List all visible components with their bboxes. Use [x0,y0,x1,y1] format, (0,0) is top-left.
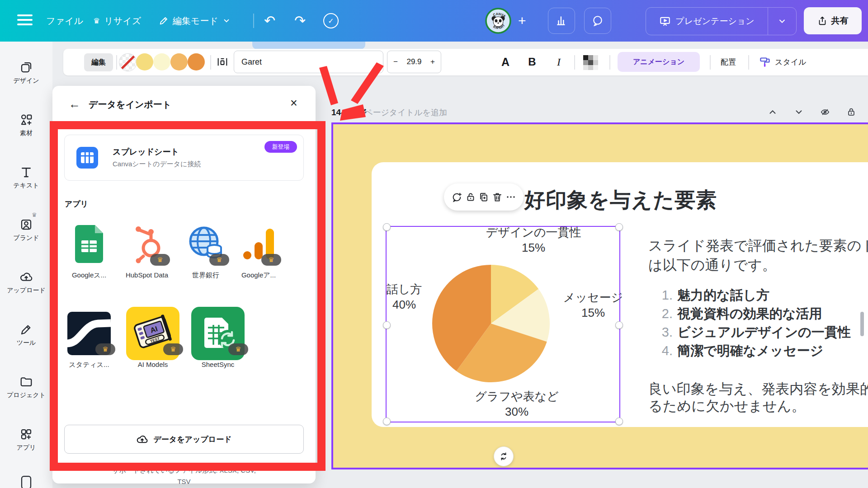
move-page-down-button[interactable] [791,105,807,119]
italic-button[interactable]: I [549,52,568,71]
lock-page-button[interactable] [844,105,859,119]
font-family-select[interactable]: Garet [234,51,383,73]
slide-numbered-list[interactable]: 1.魅力的な話し方2.視覚資料の効果的な活用3.ビジュアルデザインの一貫性4.簡… [656,286,851,361]
bold-button[interactable]: B [523,52,542,71]
color-swatch-4[interactable] [188,53,205,70]
crown-icon: ♛ [93,16,100,26]
main-menu-icon[interactable] [17,14,33,27]
sidebar-item-uploads[interactable]: アップロード [0,270,52,295]
selection-handle-mid-left[interactable] [383,321,391,329]
chevron-down-icon [778,17,787,26]
back-arrow-icon[interactable]: ← [66,97,83,112]
slide-body-line[interactable]: は以下の通りです。 [648,255,776,275]
avatar[interactable]: CANVA EXPERT [485,8,511,34]
font-size-decrease[interactable]: − [393,57,398,66]
sidebar-item-design[interactable]: デザイン [0,61,52,85]
upload-data-button[interactable]: データをアップロード [64,425,304,454]
hide-page-button[interactable] [817,105,833,119]
add-member-button[interactable]: + [515,0,529,42]
design-icon [19,61,33,74]
paint-roller-icon [759,56,771,68]
transparency-icon[interactable] [582,54,599,70]
close-icon[interactable]: × [288,96,300,111]
duplicate-icon[interactable] [478,192,489,202]
context-toolbar: 編集 Garet − 29.9 + A B I アニメーション 配置 スタイル [63,49,868,75]
sidebar-item-tools[interactable]: ツール [0,323,52,347]
sidebar-item-projects[interactable]: プロジェクト [0,375,52,399]
share-button[interactable]: 共有 [804,7,862,34]
text-color-button[interactable]: A [496,52,515,71]
share-upload-icon [817,16,827,26]
insights-chart-button[interactable] [548,8,575,34]
color-swatch-2[interactable] [153,53,170,70]
new-badge: 新登場 [264,141,297,153]
toolbar-separator [210,55,211,70]
page-title-placeholder[interactable]: ページタイトルを追加 [364,107,447,118]
edit-button[interactable]: 編集 [84,53,113,71]
app-google-sheets[interactable]: Googleス... [62,221,116,280]
canva-editor: ファイル ♛ リサイズ 編集モード ↶ ↷ ✓ CANVA [0,0,868,488]
spreadsheet-card[interactable]: スプレッドシート Canvaシートのデータに接続 新登場 [64,135,304,181]
app-world-bank[interactable]: ♛ 世界銀行 [179,221,233,280]
app-ai-models[interactable]: AITEST ♛ AI Models [126,311,180,369]
text-icon [19,165,33,179]
redo-button[interactable]: ↷ [292,0,308,42]
resize-button[interactable]: ♛ リサイズ [90,0,144,42]
letter-spacing-icon[interactable] [216,56,229,68]
color-swatch-3[interactable] [170,53,188,70]
delete-icon[interactable] [492,192,503,202]
file-menu-button[interactable]: ファイル [43,0,86,42]
app-google-analytics[interactable]: ♛ Googleア... [231,221,286,280]
font-size-value[interactable]: 29.9 [406,57,421,66]
toolbar-separator [574,55,575,70]
selection-handle-top-left[interactable] [383,223,391,231]
presentation-dropdown-button[interactable] [768,8,796,35]
sync-data-button[interactable] [494,446,514,466]
top-header-bar: ファイル ♛ リサイズ 編集モード ↶ ↷ ✓ CANVA [0,0,868,42]
slide-list-item: 1.魅力的な話し方 [656,286,851,305]
lock-icon[interactable] [465,192,476,202]
app-hubspot-data[interactable]: ♛ HubSpot Data [120,221,174,280]
selection-handle-bottom-right[interactable] [615,418,623,425]
sidebar-item-elements[interactable]: 素材 [0,113,52,137]
app-sheetsync[interactable]: ♛ SheetSync [191,311,245,369]
comment-add-icon[interactable] [451,192,462,203]
brand-icon [19,218,33,231]
premium-crown-badge: ♛ [228,343,248,355]
slide-list-item: 2.視覚資料の効果的な活用 [656,305,851,324]
toolbar-separator [609,55,610,70]
selection-handle-mid-right[interactable] [615,321,623,329]
slide-closing-line[interactable]: るために欠かせません。 [648,398,806,415]
app-statista[interactable]: ♛ スタティス... [62,311,116,369]
font-size-increase[interactable]: + [430,57,435,66]
edit-mode-button[interactable]: 編集モード [156,0,233,42]
undo-button[interactable]: ↶ [261,0,278,42]
selection-frame [386,226,620,422]
comments-button[interactable] [584,8,611,34]
slide-list-item: 3.ビジュアルデザインの一貫性 [656,324,851,342]
sidebar-item-apps[interactable]: アプリ [0,427,52,452]
sidebar-item-brand[interactable]: ♛ ブランド [0,218,52,242]
header-separator [253,14,254,28]
position-button[interactable]: 配置 [718,52,739,72]
sidebar-item-more-icon[interactable] [0,472,52,488]
selection-handle-top-right[interactable] [615,223,623,231]
scrollbar-thumb[interactable] [860,312,864,336]
slide-closing-line: 良い印象を与え、発表内容を効果的に伝 [648,380,868,398]
slide-page[interactable]: 好印象を与えた要素 デザインの一貫性15% メッセージ15% グラフや表など30… [331,122,868,469]
sidebar: デザイン 素材 テキスト ♛ ブランド アップロード ツール プロジェクト [0,42,52,488]
no-color-swatch[interactable] [119,53,137,71]
sidebar-item-text[interactable]: テキスト [0,165,52,190]
google-sheets-icon [75,225,103,263]
animation-button[interactable]: アニメーション [618,52,700,72]
supported-formats-note: サポートされているファイル形式: XLSX, CSV, TSV [64,465,304,487]
color-swatch-1[interactable] [136,53,153,70]
premium-crown-badge: ♛ [95,343,115,355]
style-button[interactable]: スタイル [756,52,809,72]
move-page-up-button[interactable] [765,105,780,119]
slide-body-line[interactable]: スライド発表で評価された要素のトップ [648,236,868,255]
slide-title[interactable]: 好印象を与えた要素 [524,186,717,214]
more-options-icon[interactable] [505,192,516,202]
selection-handle-bottom-left[interactable] [383,418,391,425]
presentation-button[interactable]: プレゼンテーション [646,8,768,35]
